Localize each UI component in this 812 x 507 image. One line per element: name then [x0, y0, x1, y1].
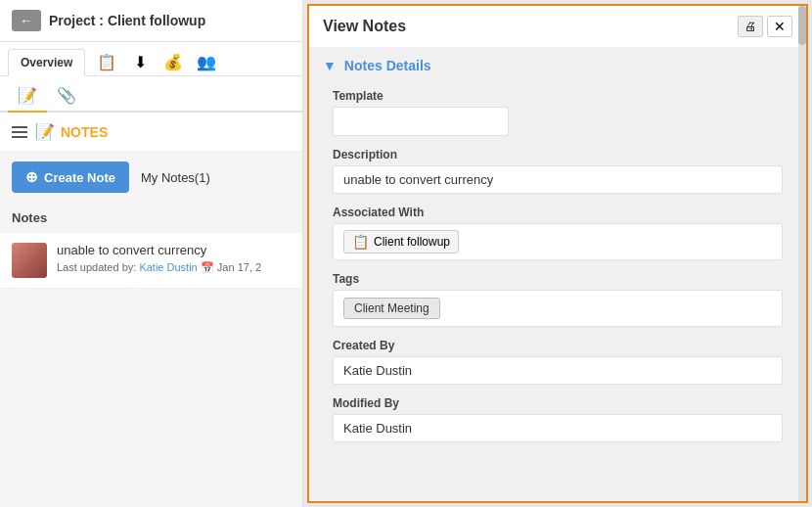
back-bar: ← Project : Client followup — [0, 0, 302, 42]
notes-header: 📝 NOTES — [0, 113, 302, 152]
scrollbar-track[interactable] — [798, 6, 806, 501]
hamburger-icon[interactable] — [12, 126, 27, 138]
avatar — [12, 243, 47, 278]
calendar-icon: 📅 — [201, 261, 217, 273]
description-field-group: Description unable to convert currency — [309, 142, 806, 200]
tab-icon-list[interactable]: 📋 — [93, 48, 120, 75]
created-by-value: Katie Dustin — [333, 356, 783, 385]
tabs-bar: Overview 📋 ⬇ 💰 👥 — [0, 42, 302, 76]
notes-subtab-icon: 📝 — [18, 86, 37, 105]
plus-circle-icon: ⊕ — [25, 168, 38, 186]
left-panel: ← Project : Client followup Overview 📋 ⬇… — [0, 0, 303, 507]
associated-with-label: Associated With — [333, 206, 783, 219]
created-by-label: Created By — [333, 339, 783, 352]
tab-overview[interactable]: Overview — [8, 49, 85, 76]
attachments-subtab-icon: 📎 — [57, 86, 76, 105]
tag-chip[interactable]: Client Meeting — [343, 298, 440, 319]
close-button[interactable]: ✕ — [767, 16, 792, 37]
associated-with-field-group: Associated With 📋 Client followup — [309, 200, 806, 266]
section-title: Notes Details — [344, 58, 431, 73]
assoc-tag-icon: 📋 — [352, 234, 369, 250]
right-modal: View Notes 🖨 ✕ ▼ Notes Details Template — [303, 0, 812, 507]
template-label: Template — [333, 89, 783, 103]
modal-body: ▼ Notes Details Template Description una… — [309, 48, 806, 501]
notes-label: 📝 NOTES — [35, 122, 108, 141]
note-content: unable to convert currency Last updated … — [57, 243, 291, 274]
notes-list-header: Notes — [0, 203, 302, 233]
close-icon: ✕ — [774, 19, 786, 34]
tab-icon-money[interactable]: 💰 — [159, 48, 187, 75]
sub-tab-notes[interactable]: 📝 — [8, 80, 47, 113]
description-value: unable to convert currency — [333, 165, 783, 194]
create-note-button[interactable]: ⊕ Create Note — [12, 161, 129, 193]
tags-field-group: Tags Client Meeting — [309, 266, 806, 333]
project-title: Project : Client followup — [49, 13, 205, 28]
template-value[interactable] — [333, 107, 509, 136]
tags-value: Client Meeting — [333, 290, 783, 327]
note-title: unable to convert currency — [57, 243, 291, 257]
assoc-tag-label: Client followup — [374, 235, 450, 249]
modal-title: View Notes — [323, 18, 406, 35]
chevron-down-icon: ▼ — [323, 58, 337, 73]
created-by-field-group: Created By Katie Dustin — [309, 333, 806, 391]
note-date: Jan 17, 2 — [217, 261, 261, 273]
template-field-group: Template — [309, 83, 806, 142]
note-list-item[interactable]: unable to convert currency Last updated … — [0, 233, 302, 289]
note-author[interactable]: Katie Dustin — [139, 261, 197, 273]
notes-section-icon: 📝 — [35, 122, 55, 141]
modified-by-field-group: Modified By Katie Dustin — [309, 391, 806, 448]
actions-row: ⊕ Create Note My Notes(1) — [0, 152, 302, 203]
modified-by-value: Katie Dustin — [333, 414, 783, 442]
assoc-tag[interactable]: 📋 Client followup — [343, 230, 459, 254]
scrollbar-thumb[interactable] — [798, 6, 806, 45]
section-header: ▼ Notes Details — [309, 48, 806, 83]
description-label: Description — [333, 148, 783, 161]
back-button[interactable]: ← — [12, 10, 41, 31]
tab-icon-users[interactable]: 👥 — [193, 48, 220, 75]
back-arrow-icon: ← — [20, 13, 33, 28]
tab-icons: 📋 ⬇ 💰 👥 — [89, 48, 224, 75]
modal-box: View Notes 🖨 ✕ ▼ Notes Details Template — [307, 4, 808, 503]
note-meta: Last updated by: Katie Dustin 📅 Jan 17, … — [57, 261, 291, 274]
sub-tab-attachments[interactable]: 📎 — [47, 80, 86, 113]
print-button[interactable]: 🖨 — [738, 16, 763, 37]
associated-with-value: 📋 Client followup — [333, 223, 783, 260]
print-icon: 🖨 — [744, 20, 756, 33]
tab-icon-download[interactable]: ⬇ — [126, 48, 154, 75]
modified-by-label: Modified By — [333, 396, 783, 410]
modal-header-buttons: 🖨 ✕ — [738, 16, 792, 37]
avatar-image — [12, 243, 47, 278]
tags-label: Tags — [333, 272, 783, 286]
sub-tabs: 📝 📎 — [0, 76, 302, 113]
modal-header: View Notes 🖨 ✕ — [309, 6, 806, 48]
my-notes-label: My Notes(1) — [141, 170, 210, 185]
